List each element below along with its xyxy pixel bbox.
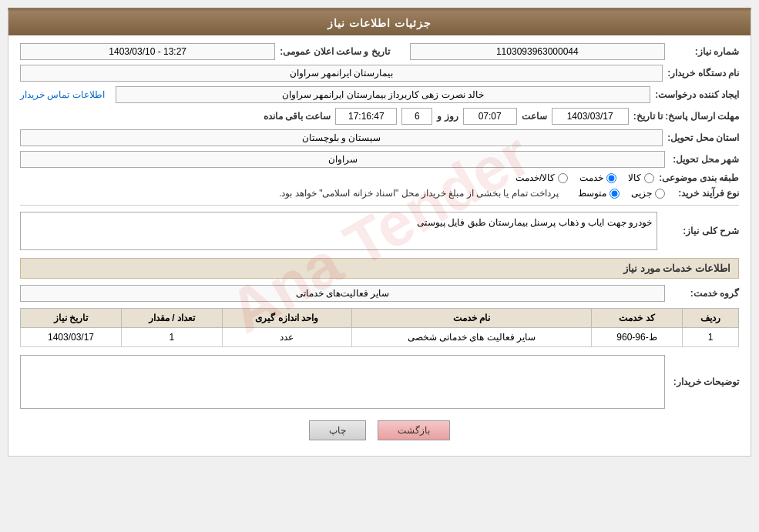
row-city: شهر محل تحویل: سراوان xyxy=(20,151,739,168)
table-cell-unit: عدد xyxy=(222,328,351,347)
buyer-name-label: نام دستگاه خریدار: xyxy=(667,68,739,79)
response-deadline-label: مهلت ارسال پاسخ: تا تاریخ: xyxy=(633,111,739,122)
radio-goods-service-label: کالا/خدمت xyxy=(516,172,555,183)
row-service-group: گروه خدمت: سایر فعالیت‌های خدماتی xyxy=(20,285,739,302)
back-button[interactable]: بازگشت xyxy=(378,420,450,440)
th-date: تاریخ نیاز xyxy=(21,309,122,328)
creator-label: ایجاد کننده درخواست: xyxy=(655,89,739,100)
radio-goods-service: کالا/خدمت xyxy=(516,172,568,183)
th-name: نام خدمت xyxy=(351,309,592,328)
purchase-type-label: نوع فرآیند خرید: xyxy=(670,188,739,199)
radio-service-input[interactable] xyxy=(606,173,616,183)
radio-partial-input[interactable] xyxy=(655,189,665,199)
city-label: شهر محل تحویل: xyxy=(670,154,739,165)
row-need-number: شماره نیاز: 1103093963000044 تاریخ و ساع… xyxy=(20,43,739,60)
table-cell-row: 1 xyxy=(682,328,738,347)
row-response-deadline: مهلت ارسال پاسخ: تا تاریخ: 1403/03/17 سا… xyxy=(20,108,739,125)
row-buyer-desc: توضیحات خریدار: xyxy=(20,355,739,409)
card-header: جزئیات اطلاعات نیاز xyxy=(8,11,751,35)
services-section-title: اطلاعات خدمات مورد نیاز xyxy=(20,258,739,279)
row-category: طبقه بندی موضوعی: کالا خدمت کالا/خدمت xyxy=(20,172,739,183)
province-value: سیستان و بلوچستان xyxy=(20,129,663,146)
main-card: Ana Tender جزئیات اطلاعات نیاز شماره نیا… xyxy=(8,8,751,457)
creator-contact-link[interactable]: اطلاعات تماس خریدار xyxy=(20,89,105,100)
response-time-value: 07:07 xyxy=(463,108,517,125)
table-cell-date: 1403/03/17 xyxy=(21,328,122,347)
buyer-name-value: بیمارستان ایرانمهر سراوان xyxy=(20,65,663,82)
card-body: شماره نیاز: 1103093963000044 تاریخ و ساع… xyxy=(8,35,751,456)
services-table: ردیف کد خدمت نام خدمت واحد اندازه گیری ت… xyxy=(20,308,739,347)
radio-partial-label: جزیی xyxy=(631,188,652,199)
response-remaining-label: ساعت باقی مانده xyxy=(264,111,331,122)
th-code: کد خدمت xyxy=(592,309,683,328)
radio-goods-input[interactable] xyxy=(644,173,654,183)
date-label: تاریخ و ساعت اعلان عمومی: xyxy=(280,46,389,57)
row-need-desc: شرح کلی نیاز: خودرو جهت ایاب و ذهاب پرسن… xyxy=(20,212,739,250)
buyer-desc-box xyxy=(20,355,665,409)
radio-medium-label: متوسط xyxy=(578,188,606,199)
response-time-label: ساعت xyxy=(522,111,547,122)
page-title: جزئیات اطلاعات نیاز xyxy=(327,17,432,29)
print-button[interactable]: چاپ xyxy=(309,420,366,440)
radio-medium-input[interactable] xyxy=(610,189,620,199)
table-cell-quantity: 1 xyxy=(121,328,222,347)
date-value: 1403/03/10 - 13:27 xyxy=(20,43,275,60)
creator-value: خالد نصرت زهی کاربرداز بیمارستان ایرانمه… xyxy=(116,86,651,103)
response-days-value: 6 xyxy=(401,108,432,125)
radio-goods-label: کالا xyxy=(628,172,641,183)
need-desc-value: خودرو جهت ایاب و ذهاب پرسنل بیمارستان طب… xyxy=(20,212,657,250)
province-label: استان محل تحویل: xyxy=(667,132,739,143)
category-label: طبقه بندی موضوعی: xyxy=(659,172,739,183)
radio-partial: جزیی xyxy=(631,188,665,199)
th-quantity: تعداد / مقدار xyxy=(121,309,222,328)
buttons-row: بازگشت چاپ xyxy=(20,420,739,448)
purchase-type-radio-group: جزیی متوسط پرداخت تمام یا بخشی از مبلغ خ… xyxy=(279,188,665,199)
radio-service-label: خدمت xyxy=(579,172,603,183)
response-remaining-value: 17:16:47 xyxy=(335,108,397,125)
category-radio-group: کالا خدمت کالا/خدمت xyxy=(516,172,654,183)
page-container: Ana Tender جزئیات اطلاعات نیاز شماره نیا… xyxy=(0,0,759,532)
buyer-desc-label: توضیحات خریدار: xyxy=(670,376,739,387)
row-province: استان محل تحویل: سیستان و بلوچستان xyxy=(20,129,739,146)
need-number-value: 1103093963000044 xyxy=(410,43,665,60)
row-creator: ایجاد کننده درخواست: خالد نصرت زهی کاربر… xyxy=(20,86,739,103)
service-group-value: سایر فعالیت‌های خدماتی xyxy=(20,285,665,302)
radio-medium: متوسط xyxy=(578,188,620,199)
purchase-desc: پرداخت تمام یا بخشی از مبلغ خریداز محل "… xyxy=(279,188,559,199)
radio-goods-service-input[interactable] xyxy=(558,173,568,183)
response-days-label: روز و xyxy=(437,111,458,122)
row-buyer-name: نام دستگاه خریدار: بیمارستان ایرانمهر سر… xyxy=(20,65,739,82)
need-number-label: شماره نیاز: xyxy=(670,46,739,57)
table-row: 1ط-96-960سایر فعالیت های خدماتی شخصیعدد1… xyxy=(21,328,739,347)
radio-goods: کالا xyxy=(628,172,654,183)
radio-service: خدمت xyxy=(579,172,616,183)
row-purchase-type: نوع فرآیند خرید: جزیی متوسط پرداخت تمام … xyxy=(20,188,739,199)
th-row: ردیف xyxy=(682,309,738,328)
response-date-value: 1403/03/17 xyxy=(552,108,629,125)
need-desc-label: شرح کلی نیاز: xyxy=(662,226,739,236)
separator-1 xyxy=(20,205,739,206)
table-cell-code: ط-96-960 xyxy=(592,328,683,347)
th-unit: واحد اندازه گیری xyxy=(222,309,351,328)
table-cell-name: سایر فعالیت های خدماتی شخصی xyxy=(351,328,592,347)
service-group-label: گروه خدمت: xyxy=(670,288,739,299)
city-value: سراوان xyxy=(20,151,665,168)
